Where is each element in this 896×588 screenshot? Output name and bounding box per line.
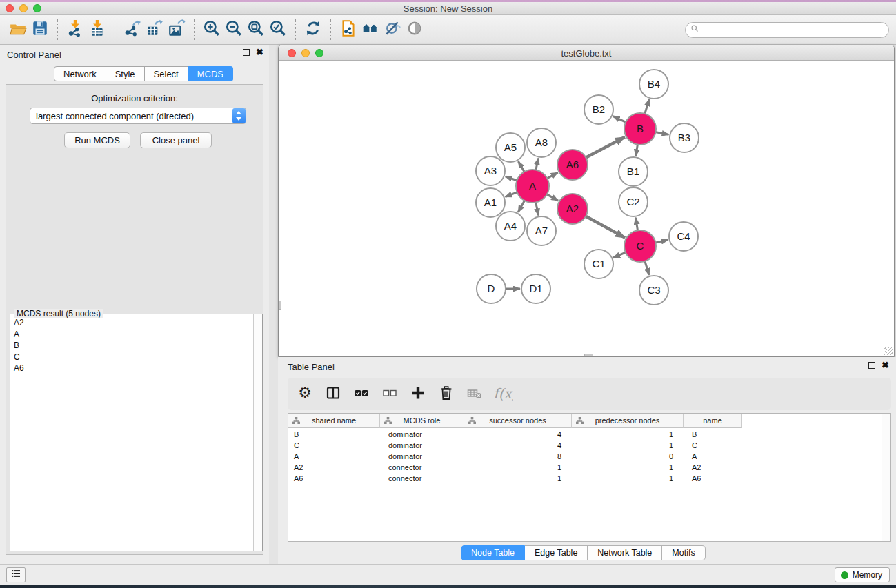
edge-C-C4[interactable] [655, 240, 668, 243]
memory-button[interactable]: Memory [835, 567, 890, 582]
table-row[interactable]: Bdominator41B [288, 429, 882, 440]
run-mcds-button[interactable]: Run MCDS [64, 132, 130, 148]
mcds-result-item[interactable]: A2 [10, 317, 253, 329]
close-panel-button[interactable]: Close panel [140, 132, 212, 148]
search-field[interactable] [685, 22, 889, 38]
cell-successor-nodes[interactable]: 1 [464, 463, 572, 472]
task-history-button[interactable] [6, 567, 26, 582]
cell-shared-name[interactable]: A6 [288, 474, 380, 483]
edge-A-A1[interactable] [505, 192, 518, 197]
cell-mcds-role[interactable]: dominator [380, 452, 464, 460]
cell-shared-name[interactable]: A [288, 452, 380, 460]
import-network-button[interactable] [64, 19, 86, 41]
export-network-button[interactable] [121, 19, 143, 41]
cell-mcds-role[interactable]: connector [380, 474, 464, 483]
cell-mcds-role[interactable]: connector [380, 463, 464, 472]
cell-mcds-role[interactable]: dominator [380, 430, 464, 438]
node-B3[interactable]: B3 [670, 123, 699, 152]
cell-successor-nodes[interactable]: 8 [464, 452, 572, 460]
import-table-button[interactable] [86, 19, 108, 41]
column-header-successor-nodes[interactable]: successor nodes [464, 414, 572, 428]
edge-A-A4[interactable] [518, 199, 525, 212]
table-row[interactable]: A6connector11A6 [288, 473, 882, 484]
select-all-columns-button[interactable] [352, 385, 370, 403]
tab-motifs[interactable]: Motifs [662, 545, 705, 560]
cell-name[interactable]: B [684, 430, 742, 438]
node-D[interactable]: D [477, 274, 506, 303]
tab-mcds[interactable]: MCDS [188, 66, 233, 81]
close-panel-icon[interactable]: ✖ [256, 49, 263, 56]
node-A7[interactable]: A7 [527, 216, 556, 245]
cell-name[interactable]: A6 [684, 474, 742, 483]
zoom-selected-button[interactable] [267, 19, 289, 41]
create-column-button[interactable] [409, 385, 427, 403]
hide-graphics-details-button[interactable] [381, 19, 404, 41]
node-A3[interactable]: A3 [476, 156, 505, 185]
edge-C-C1[interactable] [613, 252, 627, 258]
tab-network-table[interactable]: Network Table [588, 545, 662, 560]
zoom-in-button[interactable] [201, 19, 223, 41]
node-C[interactable]: C [624, 230, 656, 262]
table-scrollbar[interactable] [882, 414, 890, 541]
tab-node-table[interactable]: Node Table [461, 545, 525, 560]
float-table-panel-icon[interactable] [868, 362, 875, 369]
edge-A2-C[interactable] [585, 216, 626, 238]
export-table-button[interactable] [143, 19, 166, 41]
node-A2[interactable]: A2 [557, 194, 588, 224]
tab-select[interactable]: Select [145, 66, 188, 81]
cell-predecessor-nodes[interactable]: 1 [572, 474, 684, 483]
tab-style[interactable]: Style [106, 66, 145, 81]
edge-A-A7[interactable] [535, 201, 538, 216]
column-header-shared-name[interactable]: shared name [288, 414, 380, 428]
refresh-button[interactable] [302, 19, 324, 41]
tab-network[interactable]: Network [54, 66, 106, 81]
window-resize-grip[interactable] [884, 347, 893, 355]
unselect-all-columns-button[interactable] [381, 385, 399, 403]
node-C4[interactable]: C4 [669, 222, 698, 251]
tab-edge-table[interactable]: Edge Table [525, 545, 588, 560]
open-file-button[interactable] [7, 19, 29, 41]
edge-B-B3[interactable] [655, 132, 669, 134]
optimization-criterion-select[interactable]: largest connected component (directed) [30, 108, 246, 124]
cell-name[interactable]: A [684, 452, 742, 460]
edge-B-B2[interactable] [613, 116, 627, 123]
export-image-button[interactable] [166, 19, 188, 41]
node-A5[interactable]: A5 [496, 133, 525, 162]
mcds-result-item[interactable]: A6 [10, 363, 253, 374]
cell-predecessor-nodes[interactable]: 1 [572, 441, 684, 449]
new-network-from-selection-button[interactable] [337, 19, 359, 41]
edge-C-C2[interactable] [636, 218, 638, 232]
mcds-result-item[interactable]: A [10, 329, 253, 341]
close-table-panel-icon[interactable]: ✖ [882, 362, 889, 369]
column-header-name[interactable]: name [684, 414, 742, 428]
cell-predecessor-nodes[interactable]: 1 [572, 463, 684, 472]
node-A8[interactable]: A8 [527, 128, 556, 157]
delete-columns-button[interactable] [437, 385, 455, 403]
node-C3[interactable]: C3 [639, 276, 668, 305]
table-options-button[interactable]: ⚙ [296, 385, 314, 403]
node-A4[interactable]: A4 [496, 212, 525, 241]
cell-successor-nodes[interactable]: 1 [464, 474, 572, 483]
edge-B-B4[interactable] [644, 99, 649, 115]
zoom-out-button[interactable] [223, 19, 245, 41]
node-B2[interactable]: B2 [584, 95, 613, 124]
cell-shared-name[interactable]: A2 [288, 463, 380, 472]
search-input[interactable] [703, 24, 888, 37]
cell-predecessor-nodes[interactable]: 0 [572, 452, 684, 460]
table-row[interactable]: Adominator80A [288, 451, 882, 462]
node-A1[interactable]: A1 [476, 188, 505, 217]
vertical-scroll-nub[interactable] [279, 301, 281, 310]
node-C1[interactable]: C1 [584, 250, 613, 278]
cell-predecessor-nodes[interactable]: 1 [572, 430, 684, 438]
node-B[interactable]: B [624, 113, 656, 145]
cell-shared-name[interactable]: B [288, 430, 380, 438]
cell-name[interactable]: A2 [684, 463, 742, 472]
edge-A-A2[interactable] [546, 194, 558, 201]
cell-successor-nodes[interactable]: 4 [464, 430, 572, 438]
cell-successor-nodes[interactable]: 4 [464, 441, 572, 449]
edge-A6-B[interactable] [585, 137, 625, 159]
first-neighbors-button[interactable] [359, 19, 381, 41]
network-window-titlebar[interactable]: testGlobe.txt [279, 45, 894, 61]
cell-name[interactable]: C [684, 441, 742, 449]
cell-shared-name[interactable]: C [288, 441, 380, 449]
